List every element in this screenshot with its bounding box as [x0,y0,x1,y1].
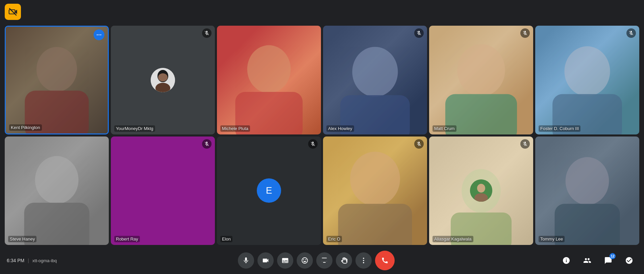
mute-indicator [520,139,530,149]
avatar-photo [470,179,492,202]
video-bg [323,136,427,245]
svg-point-23 [350,152,400,206]
video-bg [5,136,109,245]
participant-name: Eric O [326,236,342,242]
video-tile-your-money-dr[interactable]: YourMoneyDr Mktg [111,26,215,134]
participant-name: YourMoneyDr Mktg [114,125,155,132]
more-options-icon[interactable] [94,29,104,40]
mute-indicator [414,139,424,149]
participant-name: Aliasgar Kagalwala [432,236,473,242]
top-bar [0,0,644,24]
meeting-info: 6:34 PM | xtt-ogma-ibq [7,258,74,263]
participant-name: Matt Crum [432,125,456,132]
mic-button[interactable] [238,252,254,269]
svg-point-12 [158,73,168,81]
activities-button[interactable] [621,252,637,269]
controls [238,251,395,270]
svg-point-15 [352,47,398,97]
video-tile-tommy-lee[interactable]: Tommy Lee [535,136,639,245]
video-tile-michele-pluta[interactable]: Michele Pluta [217,26,321,134]
video-bg [429,26,533,134]
chat-button[interactable]: 12 [600,252,616,269]
end-call-button[interactable] [375,251,395,270]
avatar-initial: E [257,178,281,203]
svg-point-5 [97,34,98,35]
video-bg [217,26,321,134]
video-bg [323,26,427,134]
video-grid: Kent Pilkington YourMoneyDr Mktg [0,24,644,247]
mute-indicator [520,28,530,38]
svg-point-34 [363,262,364,264]
svg-rect-24 [338,204,412,245]
svg-point-21 [35,156,79,203]
captions-button[interactable] [277,252,293,269]
svg-point-13 [247,45,291,93]
video-bg [111,136,215,245]
svg-point-30 [566,157,609,205]
present-button[interactable] [316,252,332,269]
bottom-bar: 6:34 PM | xtt-ogma-ibq [0,247,644,274]
svg-point-28 [477,184,485,193]
side-controls: 12 [558,252,637,269]
svg-point-6 [99,34,100,35]
clock: 6:34 PM [7,258,24,263]
meeting-code: xtt-ogma-ibq [32,258,57,263]
mute-indicator [202,139,212,149]
video-tile-kent-pilkington[interactable]: Kent Pilkington [5,26,109,134]
camera-button[interactable] [257,252,274,269]
svg-point-17 [457,44,505,96]
video-tile-elon[interactable]: E Elon [217,136,321,245]
video-tile-eric-o[interactable]: Eric O [323,136,427,245]
participant-name: Foster D. Coburn III [539,125,580,132]
video-bg [535,136,639,245]
info-button[interactable] [558,252,574,269]
video-tile-steve-haney[interactable]: Steve Haney [5,136,109,245]
mute-indicator [626,28,636,38]
raise-hand-button[interactable] [336,252,352,269]
avatar-circle [151,68,175,92]
mute-indicator [414,28,424,38]
participant-name: Elon [220,236,232,242]
participant-name: Steve Haney [8,236,36,242]
video-tile-robert-ray[interactable]: Robert Ray [111,136,215,245]
participant-name: Alex Howley [326,125,354,132]
svg-point-33 [363,260,364,261]
participant-name: Robert Ray [114,236,140,242]
video-tile-matt-crum[interactable]: Matt Crum [429,26,533,134]
svg-point-3 [36,47,77,92]
divider: | [28,258,29,263]
app-icon [5,4,21,20]
mute-indicator [202,28,212,38]
emoji-button[interactable] [297,252,313,269]
mute-indicator [308,139,318,149]
people-button[interactable] [579,252,595,269]
video-tile-aliasgar-kagalwala[interactable]: Aliasgar Kagalwala [429,136,533,245]
video-bg [6,27,108,133]
participant-name: Tommy Lee [539,236,565,242]
video-tile-foster-coburn[interactable]: Foster D. Coburn III [535,26,639,134]
svg-point-32 [363,258,364,259]
participant-name: Michele Pluta [220,125,250,132]
more-options-button[interactable] [355,252,372,269]
svg-point-7 [100,34,101,35]
svg-point-19 [564,46,610,96]
chat-badge: 12 [610,253,616,259]
video-tile-alex-howley[interactable]: Alex Howley [323,26,427,134]
participant-name: Kent Pilkington [9,124,42,131]
video-bg [535,26,639,134]
